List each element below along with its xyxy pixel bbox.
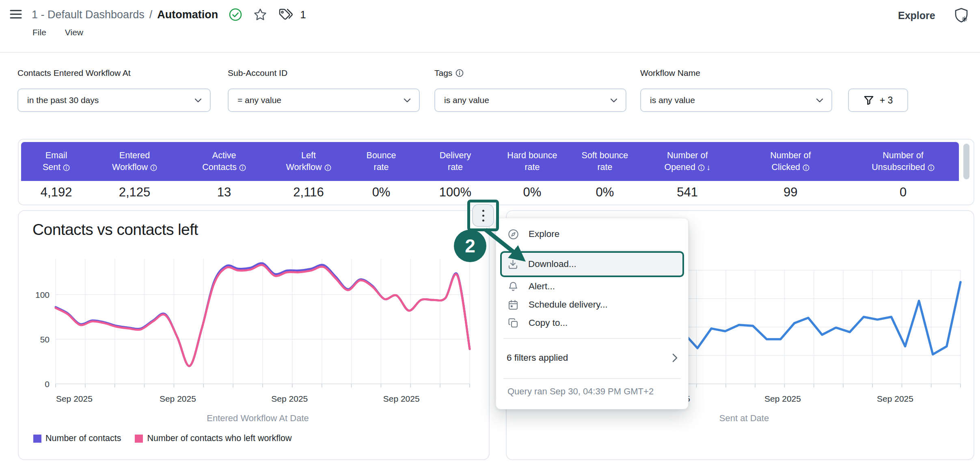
menu-item-copy-to[interactable]: Copy to... (496, 314, 688, 332)
kpi-value: 13 (178, 185, 271, 200)
file-menu[interactable]: File (32, 28, 46, 37)
kebab-dot (482, 210, 484, 212)
kpi-value: 99 (735, 185, 846, 200)
filter-select-workflow-name[interactable]: is any value (640, 88, 832, 112)
chart-title: Contacts vs contacts left (32, 221, 198, 239)
svg-text:Sep 2025: Sep 2025 (764, 394, 801, 403)
view-menu[interactable]: View (65, 28, 83, 37)
kpi-column-header-sorted[interactable]: Number of Opened↓ (640, 150, 735, 173)
info-icon[interactable] (698, 164, 705, 171)
kpi-column-header[interactable]: Email Sent (21, 150, 91, 173)
check-circle-icon[interactable] (229, 8, 242, 22)
kpi-value: 4,192 (21, 185, 91, 200)
tags-indicator[interactable]: 1 (278, 8, 306, 22)
chevron-right-icon (672, 353, 678, 362)
kpi-summary-table: Email Sent Entered Workflow Active Conta… (18, 139, 974, 205)
chart-legend: Number of contacts Number of contacts wh… (33, 433, 292, 443)
copy-icon (507, 318, 519, 328)
explore-button[interactable]: Explore (898, 10, 935, 22)
filter-label-contacts-entered: Contacts Entered Workflow At (17, 68, 131, 78)
filter-select-subaccount[interactable]: = any value (228, 88, 420, 112)
chevron-down-icon (816, 98, 831, 103)
tag-icon (278, 8, 294, 22)
kpi-column-header[interactable]: Active Contacts (178, 150, 271, 173)
filter-select-contacts-entered[interactable]: in the past 30 days (17, 88, 211, 112)
table-scrollbar[interactable] (963, 144, 969, 179)
more-filters-button[interactable]: + 3 (848, 88, 908, 112)
menu-item-filters-applied[interactable]: 6 filters applied (496, 347, 688, 368)
info-icon[interactable] (239, 164, 246, 171)
svg-text:Sep 2025: Sep 2025 (271, 394, 308, 403)
query-ran-timestamp: Query ran Sep 30, 04:39 PM GMT+2 (507, 386, 680, 397)
info-icon[interactable] (928, 164, 935, 171)
svg-text:Sep 2025: Sep 2025 (877, 394, 913, 403)
chevron-down-icon (194, 98, 210, 103)
filter-label-workflow-name: Workflow Name (640, 68, 700, 78)
shield-gear-icon[interactable] (952, 6, 970, 24)
breadcrumb: 1 - Default Dashboards / Automation 1 (32, 6, 306, 23)
app-menubar: File View (32, 28, 83, 37)
chevron-down-icon (610, 98, 626, 103)
legend-item-left-workflow[interactable]: Number of contacts who left workflow (135, 433, 291, 443)
chart-card-contacts: Contacts vs contacts left 050100Sep 2025… (18, 210, 490, 460)
filter-value: in the past 30 days (18, 95, 194, 105)
svg-text:Sep 2025: Sep 2025 (56, 394, 93, 403)
menu-divider (503, 378, 681, 379)
x-axis-title: Sent at Date (523, 413, 965, 424)
svg-text:Sep 2025: Sep 2025 (383, 394, 420, 403)
menu-item-alert[interactable]: Alert... (496, 278, 688, 295)
contacts-line-chart: 050100Sep 2025Sep 2025Sep 2025Sep 2025 (25, 243, 484, 410)
bell-icon (507, 281, 519, 292)
svg-text:0: 0 (45, 379, 50, 389)
kpi-header-row: Email Sent Entered Workflow Active Conta… (21, 142, 959, 181)
kpi-column-header[interactable]: Left Workflow (270, 150, 346, 173)
kpi-column-header[interactable]: Entered Workflow (91, 150, 178, 173)
calendar-icon (507, 299, 519, 310)
filter-select-tags[interactable]: is any value (434, 88, 626, 112)
kpi-value: 0% (570, 185, 640, 200)
info-icon[interactable] (803, 164, 809, 171)
breadcrumb-parent[interactable]: 1 - Default Dashboards (32, 9, 145, 21)
kpi-column-header[interactable]: Number of Clicked (735, 150, 846, 173)
kpi-column-header[interactable]: Delivery rate (416, 150, 495, 173)
x-axis-title: Entered Workflow At Date (35, 413, 481, 424)
info-icon[interactable] (150, 164, 157, 171)
kebab-dot (482, 220, 484, 222)
kpi-column-header[interactable]: Hard bounce rate (495, 150, 570, 173)
tile-kebab-menu-button[interactable] (472, 204, 494, 227)
funnel-icon (863, 95, 874, 105)
menu-divider (503, 338, 681, 339)
kpi-value: 0 (846, 185, 960, 200)
kpi-column-header[interactable]: Soft bounce rate (570, 150, 640, 173)
svg-text:50: 50 (40, 335, 50, 344)
tag-count: 1 (300, 9, 306, 21)
kebab-dot (482, 215, 484, 217)
info-icon[interactable] (455, 69, 464, 77)
kpi-value: 0% (347, 185, 416, 200)
filter-label-tags: Tags (434, 68, 464, 78)
dashboard-page: 1 - Default Dashboards / Automation 1 Ex… (0, 0, 980, 465)
chevron-down-icon (404, 98, 419, 103)
menu-item-schedule[interactable]: Schedule delivery... (496, 296, 688, 314)
svg-text:100: 100 (35, 290, 50, 299)
kpi-value: 541 (640, 185, 735, 200)
kpi-value: 2,116 (270, 185, 346, 200)
hamburger-menu-icon[interactable] (8, 6, 24, 22)
sort-desc-icon: ↓ (706, 163, 710, 172)
info-icon[interactable] (324, 164, 331, 171)
kpi-value: 0% (495, 185, 570, 200)
filter-value: is any value (435, 95, 610, 105)
legend-swatch-left-workflow (135, 435, 143, 443)
info-icon[interactable] (63, 164, 70, 171)
more-filters-count: + 3 (880, 95, 893, 106)
legend-swatch-contacts (33, 435, 41, 443)
legend-item-contacts[interactable]: Number of contacts (33, 433, 121, 443)
breadcrumb-separator: / (149, 9, 153, 21)
filter-value: = any value (229, 95, 404, 105)
favorite-star-icon[interactable] (253, 7, 268, 22)
kpi-column-header[interactable]: Bounce rate (347, 150, 416, 173)
kpi-value: 2,125 (91, 185, 178, 200)
page-title: Automation (157, 9, 218, 21)
svg-text:Sep 2025: Sep 2025 (160, 394, 196, 403)
kpi-column-header[interactable]: Number of Unsubscribed (846, 150, 960, 173)
